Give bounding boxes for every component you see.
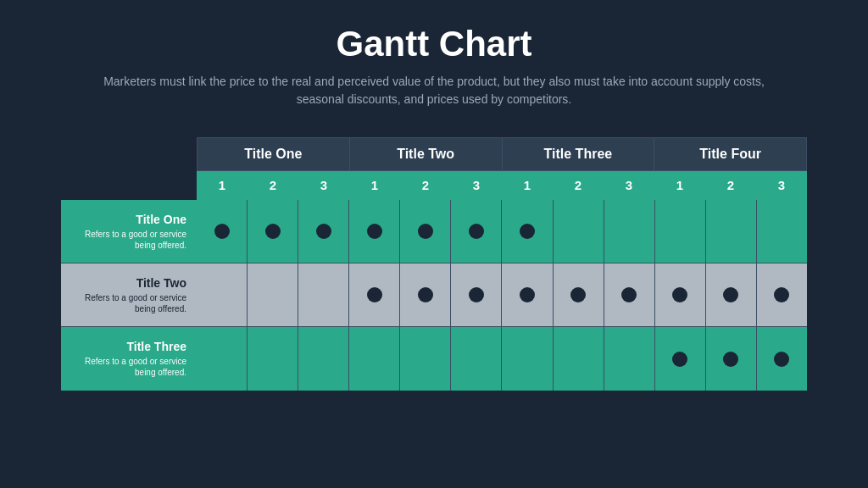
- cell-2-3: [298, 263, 349, 326]
- cell-3-2: [248, 327, 298, 391]
- col-group-1: Title One: [197, 137, 349, 171]
- cell-1-9: [604, 200, 655, 263]
- cell-1-5: [400, 200, 451, 263]
- row-2-title: Title Two: [136, 276, 186, 290]
- cell-1-12: [757, 200, 807, 263]
- cell-3-6: [451, 327, 502, 391]
- sub-4: 1: [349, 171, 400, 200]
- cell-1-1: [197, 200, 248, 263]
- row-2-cells: [197, 263, 807, 326]
- cell-2-9: [604, 263, 655, 326]
- cell-3-9: [604, 327, 655, 391]
- chart-body: Title One Refers to a good or service be…: [61, 200, 807, 391]
- cell-3-4: [349, 327, 400, 391]
- row-1-cells: [197, 200, 807, 263]
- page-subtitle: Marketers must link the price to the rea…: [86, 73, 782, 108]
- cell-1-3: [298, 200, 349, 263]
- cell-1-4: [349, 200, 400, 263]
- cell-2-10: [655, 263, 706, 326]
- cell-2-7: [502, 263, 553, 326]
- col-group-2: Title Two: [349, 137, 502, 171]
- cell-2-4: [349, 263, 400, 326]
- cell-2-5: [400, 263, 451, 326]
- cell-2-8: [554, 263, 604, 326]
- subheader-row: 1 2 3 1 2 3 1 2 3 1 2 3: [197, 171, 807, 200]
- cell-2-6: [451, 263, 502, 326]
- cell-3-7: [502, 327, 553, 391]
- sub-11: 2: [705, 171, 756, 200]
- cell-3-11: [706, 327, 757, 391]
- cell-1-8: [554, 200, 604, 263]
- sub-8: 2: [553, 171, 604, 200]
- row-2-desc: Refers to a good or service being offere…: [71, 292, 186, 314]
- cell-3-12: [757, 327, 807, 391]
- table-row: Title Two Refers to a good or service be…: [61, 263, 807, 327]
- cell-3-10: [655, 327, 706, 391]
- row-1-desc: Refers to a good or service being offere…: [71, 229, 186, 251]
- sub-7: 1: [502, 171, 553, 200]
- col-group-4: Title Four: [654, 137, 807, 171]
- cell-3-3: [298, 327, 349, 391]
- sub-2: 2: [248, 171, 298, 200]
- gantt-chart: Title One Title Two Title Three Title Fo…: [61, 137, 807, 391]
- cell-3-5: [400, 327, 451, 391]
- page-header: Gantt Chart Marketers must link the pric…: [0, 0, 868, 117]
- table-row: Title One Refers to a good or service be…: [61, 200, 807, 263]
- cell-1-6: [451, 200, 502, 263]
- cell-1-7: [502, 200, 553, 263]
- row-1-title: Title One: [136, 213, 186, 226]
- sub-9: 3: [604, 171, 654, 200]
- cell-3-8: [554, 327, 604, 391]
- cell-1-11: [706, 200, 757, 263]
- table-row: Title Three Refers to a good or service …: [61, 327, 807, 391]
- cell-1-2: [248, 200, 298, 263]
- sub-5: 2: [400, 171, 451, 200]
- sub-10: 1: [654, 171, 705, 200]
- cell-3-1: [197, 327, 248, 391]
- row-3-desc: Refers to a good or service being offere…: [71, 356, 186, 378]
- cell-2-1: [197, 263, 248, 326]
- cell-2-2: [248, 263, 298, 326]
- row-1-label: Title One Refers to a good or service be…: [61, 200, 197, 263]
- sub-1: 1: [197, 171, 248, 200]
- cell-2-11: [706, 263, 757, 326]
- row-2-label: Title Two Refers to a good or service be…: [61, 263, 197, 326]
- cell-2-12: [757, 263, 807, 326]
- sub-6: 3: [451, 171, 502, 200]
- row-3-label: Title Three Refers to a good or service …: [61, 327, 197, 391]
- page-title: Gantt Chart: [68, 24, 800, 64]
- sub-12: 3: [756, 171, 807, 200]
- sub-3: 3: [298, 171, 349, 200]
- cell-1-10: [655, 200, 706, 263]
- column-headers: Title One Title Two Title Three Title Fo…: [197, 137, 807, 171]
- col-group-3: Title Three: [502, 137, 654, 171]
- row-3-title: Title Three: [126, 340, 186, 353]
- row-3-cells: [197, 327, 807, 391]
